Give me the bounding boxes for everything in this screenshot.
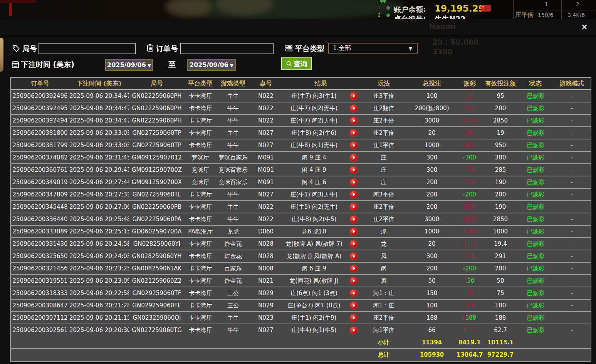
replay-play-icon[interactable] [350,129,357,136]
replay-play-icon[interactable] [350,191,357,198]
table-row: 250906200349019 2025-09-06 20:27:44 GM09… [11,176,591,189]
cell-platform: 卡卡湾厅 [185,115,216,126]
cell-replay [347,127,360,139]
table-row: 250906200360761 2025-09-06 20:29:41 GM09… [11,164,591,176]
cell-status: 已派彩 [518,152,553,163]
date-from-picker[interactable]: 2025/09/06▼ [105,59,153,71]
cell-total-bet: 200 [407,189,457,200]
cell-payout: 190 [457,201,483,213]
cell-payout: 380 [457,102,483,114]
cell-status: 已派彩 [518,176,553,188]
cell-result: 庄(牛5) 闲2(无牛) [281,201,347,213]
search-button-label: 查询 [294,59,307,69]
date-to-picker[interactable]: 2025/09/06▼ [187,59,236,71]
cell-replay [347,300,360,311]
cell-valid-bet: 1000 [483,226,518,237]
cell-platform: 卡卡湾厅 [185,250,216,262]
cell-bet-time: 2025-09-06 20:27:31 [69,189,129,200]
replay-play-icon[interactable] [350,142,357,149]
round-number-input[interactable] [39,43,136,54]
cell-total-bet: 66 [407,324,457,336]
clipboard-icon [146,44,154,52]
cell-table-no: N028 [250,250,281,262]
subtotal-total-bet: 11394 [407,337,457,348]
order-number-input[interactable] [180,43,274,54]
bet-history-dialog: Naomi 20 : 50.000 3300 ✕ 局号 订单号 [0,19,596,364]
replay-play-icon[interactable] [350,265,357,272]
close-icon[interactable]: ✕ [579,22,589,32]
replay-play-icon[interactable] [350,105,357,112]
cell-total-bet: 200 [407,263,457,274]
spacer [11,337,360,348]
cell-total-bet: 200 [407,176,457,188]
cell-payout: 291 [457,250,483,262]
cell-order-id: 250906200331430 [11,238,69,250]
bet-history-table: 订单号 下注时间 (美东) 局号 平台类型 游戏类型 桌号 结果 玩法 总投注 … [10,77,591,362]
cell-platform: 卡卡湾厅 [185,312,216,324]
cell-result: 龙6 虎10 [281,226,347,237]
replay-play-icon[interactable] [350,92,357,99]
replay-play-icon[interactable] [350,277,357,284]
replay-play-icon[interactable] [350,290,357,297]
odds-divider [561,0,562,19]
replay-play-icon[interactable] [350,203,357,210]
road-bead [386,13,390,17]
table-row: 250906200347809 2025-09-06 20:27:31 GN02… [11,189,591,201]
cell-game-mode: - [553,287,591,299]
cell-game-type: 牛牛 [216,189,250,200]
cell-play: 庄2翻倍 [360,102,407,114]
cell-total-bet: 1000 [407,226,457,237]
date-to-value: 2025/09/06 [190,61,228,69]
cell-game-mode: - [553,250,591,262]
cell-game-mode: - [553,263,591,274]
replay-play-icon[interactable] [350,117,357,124]
cell-table-no: N022 [250,102,281,114]
table-row: 250906200333089 2025-09-06 20:25:15 GD06… [11,226,591,238]
cell-play: 闲1：庄 [360,300,407,311]
replay-play-icon[interactable] [350,154,357,161]
cell-replay [347,226,360,237]
cell-order-id: 250906200345448 [11,201,69,213]
replay-play-icon[interactable] [350,302,357,309]
cell-result: 庄(牛8) 闲1(无牛) [281,139,347,151]
cell-game-mode: - [553,127,591,139]
replay-play-icon[interactable] [350,179,357,186]
replay-play-icon[interactable] [350,240,357,247]
table-row: 250906200325650 2025-09-06 20:24:03 GN02… [11,250,591,263]
cell-game-type: 牛牛 [216,139,250,151]
cell-round-id: GN023259060QI [129,312,185,324]
cell-platform: 卡卡湾厅 [185,263,216,274]
cell-round-id: GM0912590700X [129,176,185,188]
cell-total-bet: 300 [407,250,457,262]
replay-play-icon[interactable] [350,253,357,260]
cell-game-type: 牛牛 [216,312,250,324]
replay-play-icon[interactable] [350,228,357,235]
cell-bet-time: 2025-09-06 20:22:58 [69,287,129,299]
cell-table-no: N028 [250,238,281,250]
col-header-round-id: 局号 [129,78,185,89]
table-row: 250906200308647 2025-09-06 20:21:28 GN02… [11,300,591,312]
table-row: 250906200345448 2025-09-06 20:27:06 GN02… [11,201,591,213]
cell-platform: 卡卡湾厅 [185,324,216,336]
cell-game-mode: - [553,115,591,126]
replay-play-icon[interactable] [350,314,357,321]
cell-table-no: N022 [250,115,281,126]
cell-payout: 100 [457,300,483,311]
cell-bet-time: 2025-09-06 20:24:03 [69,250,129,262]
cell-play: 庄2平倍 [360,312,407,324]
cell-game-type: 牛牛 [216,213,250,225]
cell-table-no: N022 [250,90,281,102]
replay-play-icon[interactable] [350,327,357,334]
cell-game-type: 竞咪百家乐 [216,176,250,188]
cell-total-bet: 300 [407,152,457,163]
cell-status: 已派彩 [518,226,553,237]
platform-type-select[interactable]: 1.全部 ▼ [328,43,418,54]
replay-play-icon[interactable] [350,166,357,173]
bg-ghost-text: 20 : 50.000 [432,38,479,46]
cell-game-mode: - [553,102,591,114]
road-row-number: 1 [378,5,381,10]
replay-play-icon[interactable] [350,216,357,223]
search-button[interactable]: 查询 [281,57,312,70]
cell-platform: 卡卡湾厅 [185,127,216,139]
cell-round-id: GN022259060PH [129,115,185,126]
